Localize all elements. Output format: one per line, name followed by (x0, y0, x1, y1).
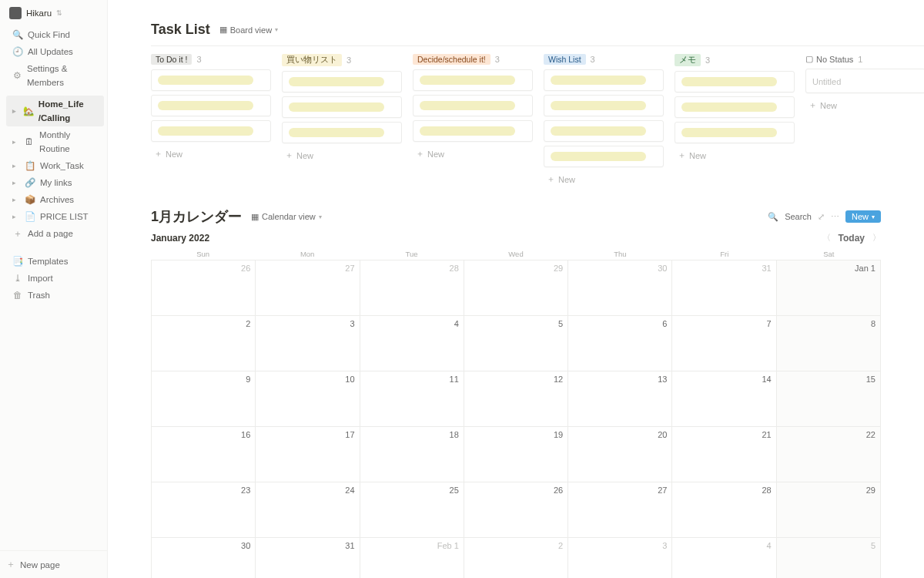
calendar-cell[interactable]: 7 (672, 316, 776, 371)
board-card[interactable] (151, 95, 271, 116)
add-a-page[interactable]: ＋ Add a page (6, 225, 104, 242)
calendar-cell[interactable]: 31 (672, 260, 776, 316)
board-card[interactable] (675, 96, 795, 118)
tool-import[interactable]: ⤓Import (6, 270, 104, 287)
board-card[interactable] (675, 71, 795, 92)
calendar-cell[interactable]: 18 (360, 427, 464, 482)
board-card[interactable] (151, 120, 271, 142)
board-card[interactable] (282, 71, 402, 92)
sidebar-page[interactable]: ▸🔗My links (6, 174, 104, 191)
board-card[interactable] (413, 95, 533, 116)
calendar-cell[interactable]: 12 (464, 371, 568, 427)
column-header[interactable]: Decide/schedule it!3 (413, 54, 533, 65)
calendar-cell[interactable]: 28 (672, 482, 776, 538)
calendar-cell[interactable]: 10 (256, 371, 360, 427)
board-card[interactable] (544, 146, 664, 167)
calendar-cell[interactable]: 28 (360, 260, 464, 316)
board-card[interactable]: Untitled (805, 69, 924, 93)
calendar-cell[interactable]: Jan 1 (777, 260, 881, 316)
sidebar-page[interactable]: ▸📄PRICE LIST (6, 208, 104, 225)
calendar-cell[interactable]: 8 (777, 316, 881, 371)
next-month-button[interactable]: 〉 (872, 232, 881, 244)
board-card[interactable] (413, 69, 533, 91)
calendar-cell[interactable]: 26 (152, 260, 256, 316)
calendar-cell[interactable]: 2 (152, 316, 256, 371)
calendar-cell[interactable]: 15 (777, 371, 881, 427)
calendar-cell[interactable]: 19 (464, 427, 568, 482)
calendar-cell[interactable]: 17 (256, 427, 360, 482)
column-header[interactable]: To Do it !3 (151, 54, 271, 65)
calendar-cell[interactable]: 30 (568, 260, 672, 316)
calendar-cell[interactable]: 4 (360, 316, 464, 371)
calendar-cell[interactable]: 3 (568, 538, 672, 578)
search-icon[interactable]: 🔍 (768, 212, 778, 222)
add-card-button[interactable]: ＋New (805, 97, 924, 113)
sidebar-page[interactable]: ▸🏡Home_Life /Calling (6, 96, 104, 126)
calendar-cell[interactable]: 5 (777, 538, 881, 578)
calendar-cell[interactable]: 25 (360, 482, 464, 538)
calendar-cell[interactable]: 14 (672, 371, 776, 427)
expand-icon[interactable]: ⤢ (818, 212, 825, 222)
today-button[interactable]: Today (839, 233, 865, 244)
add-card-button[interactable]: ＋New (151, 146, 271, 162)
board-view-selector[interactable]: ▦ Board view ▾ (216, 23, 281, 36)
caret-icon[interactable]: ▸ (12, 176, 20, 190)
nav-all-updates[interactable]: 🕘All Updates (6, 43, 104, 60)
calendar-cell[interactable]: 30 (152, 538, 256, 578)
new-button[interactable]: New ▾ (845, 210, 881, 223)
sidebar-page[interactable]: ▸📋Work_Task (6, 157, 104, 174)
caret-icon[interactable]: ▸ (12, 159, 20, 173)
calendar-cell[interactable]: 9 (152, 371, 256, 427)
calendar-view-selector[interactable]: ▦ Calendar view ▾ (248, 210, 325, 223)
calendar-cell[interactable]: 13 (568, 371, 672, 427)
calendar-cell[interactable]: 16 (152, 427, 256, 482)
board-card[interactable] (675, 122, 795, 143)
column-header[interactable]: Wish List3 (544, 54, 664, 65)
calendar-cell[interactable]: 3 (256, 316, 360, 371)
calendar-cell[interactable]: 22 (777, 427, 881, 482)
tool-trash[interactable]: 🗑Trash (6, 287, 104, 304)
calendar-cell[interactable]: 27 (568, 482, 672, 538)
tool-templates[interactable]: 📑Templates (6, 253, 104, 270)
board-card[interactable] (544, 120, 664, 142)
workspace-switcher[interactable]: Hikaru ⇅ (6, 5, 104, 22)
calendar-cell[interactable]: 23 (152, 482, 256, 538)
calendar-cell[interactable]: Feb 1 (360, 538, 464, 578)
caret-icon[interactable]: ▸ (12, 135, 20, 149)
calendar-cell[interactable]: 29 (464, 260, 568, 316)
board-card[interactable] (544, 69, 664, 91)
sidebar-page[interactable]: ▸🗓Monthly Routine (6, 126, 104, 157)
column-header[interactable]: 買い物リスト3 (282, 54, 402, 66)
add-card-button[interactable]: ＋New (544, 171, 664, 187)
calendar-cell[interactable]: 5 (464, 316, 568, 371)
calendar-cell[interactable]: 27 (256, 260, 360, 316)
calendar-cell[interactable]: 2 (464, 538, 568, 578)
board-card[interactable] (151, 69, 271, 91)
board-card[interactable] (413, 120, 533, 142)
caret-icon[interactable]: ▸ (12, 210, 20, 223)
board-card[interactable] (544, 95, 664, 116)
column-header[interactable]: メモ3 (675, 54, 795, 66)
calendar-cell[interactable]: 21 (672, 427, 776, 482)
column-header[interactable]: ▢No Status1 (805, 54, 924, 64)
calendar-cell[interactable]: 26 (464, 482, 568, 538)
calendar-cell[interactable]: 4 (672, 538, 776, 578)
calendar-cell[interactable]: 6 (568, 316, 672, 371)
add-card-button[interactable]: ＋New (675, 147, 795, 163)
board-card[interactable] (282, 96, 402, 118)
more-icon[interactable]: ⋯ (831, 212, 839, 222)
caret-icon[interactable]: ▸ (12, 193, 20, 207)
calendar-cell[interactable]: 11 (360, 371, 464, 427)
nav-quick-find[interactable]: 🔍Quick Find (6, 26, 104, 43)
nav-settings-members[interactable]: ⚙Settings & Members (6, 60, 104, 91)
calendar-cell[interactable]: 24 (256, 482, 360, 538)
add-card-button[interactable]: ＋New (282, 147, 402, 163)
calendar-cell[interactable]: 20 (568, 427, 672, 482)
board-card[interactable] (282, 122, 402, 143)
calendar-cell[interactable]: 31 (256, 538, 360, 578)
add-card-button[interactable]: ＋New (413, 146, 533, 162)
search-label[interactable]: Search (785, 212, 812, 221)
calendar-cell[interactable]: 29 (777, 482, 881, 538)
sidebar-page[interactable]: ▸📦Archives (6, 191, 104, 208)
caret-icon[interactable]: ▸ (12, 104, 18, 118)
